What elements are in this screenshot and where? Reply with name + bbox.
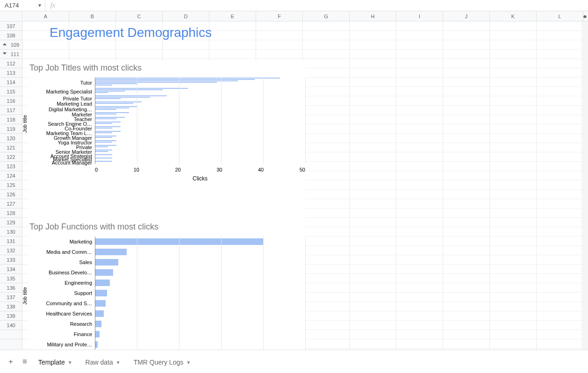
column-header-i[interactable]: I	[396, 11, 443, 21]
all-sheets-button[interactable]: ≡	[18, 357, 32, 366]
row-header[interactable]: 126	[0, 190, 22, 199]
row-header[interactable]	[0, 330, 22, 339]
chevron-down-icon[interactable]: ▼	[186, 360, 191, 365]
bar-fill	[95, 85, 112, 86]
row-header[interactable]: 138	[0, 302, 22, 311]
axis-tick: 0	[95, 167, 98, 172]
bar-fill	[95, 103, 133, 104]
chart-top-job-functions[interactable]: Top Job Functions with most clicksJob ti…	[29, 220, 306, 350]
collapse-up-icon[interactable]	[3, 43, 7, 45]
row-header[interactable]: 130	[0, 227, 22, 237]
row-header[interactable]: 120	[0, 134, 22, 143]
select-all-corner[interactable]	[0, 11, 22, 21]
y-axis-label: Job title	[22, 287, 28, 305]
row-header[interactable]: 108	[0, 31, 22, 40]
bar-fill	[95, 106, 137, 107]
bar-fill	[95, 88, 188, 89]
bar-row: Marketing	[29, 237, 305, 247]
row-header[interactable]: 135	[0, 274, 22, 283]
row-header[interactable]: 122	[0, 152, 22, 162]
bar-category-label: Marketing Lead	[29, 101, 95, 107]
row-header[interactable]: 131	[0, 237, 22, 246]
name-box[interactable]: A174 ▼	[0, 0, 45, 11]
bar-fill	[95, 259, 118, 265]
chart-top-job-titles[interactable]: Top Job Titles with most clicksJob title…	[29, 61, 306, 220]
bar-fill	[95, 97, 150, 98]
column-header-b[interactable]: B	[69, 11, 116, 21]
expand-down-icon[interactable]	[3, 52, 7, 55]
sheet-tab-label: Raw data	[86, 359, 113, 366]
row-header[interactable]: 140	[0, 321, 22, 330]
bar-fill	[95, 269, 113, 276]
sheet-tab[interactable]: TMR Query Logs▼	[127, 353, 198, 370]
row-header[interactable]: 118	[0, 115, 22, 124]
bar-fill	[95, 95, 167, 96]
bar-category-label: Military and Prote…	[29, 342, 95, 347]
chevron-down-icon[interactable]: ▼	[68, 360, 72, 365]
row-header[interactable]: 121	[0, 143, 22, 152]
column-header-k[interactable]: K	[490, 11, 537, 21]
row-header[interactable]: 125	[0, 180, 22, 190]
bar-fill	[95, 161, 112, 162]
bar-fill	[95, 238, 263, 245]
row-header[interactable]: 129	[0, 218, 22, 227]
chevron-right-icon[interactable]: ▶	[584, 14, 587, 19]
row-header[interactable]: 136	[0, 283, 22, 293]
axis-tick: 50	[300, 167, 305, 172]
sheet-tab[interactable]: Raw data▼	[79, 353, 127, 370]
row-header[interactable]: 133	[0, 255, 22, 265]
column-header-g[interactable]: G	[303, 11, 350, 21]
row-header[interactable]: 109	[0, 40, 22, 50]
bar-category-label: Sales	[29, 259, 95, 265]
row-header[interactable]: 111	[0, 50, 22, 59]
row-header[interactable]: 115	[0, 87, 22, 96]
column-header-f[interactable]: F	[256, 11, 303, 21]
bar-fill	[95, 80, 238, 81]
bar-fill	[95, 142, 112, 143]
sheet-tab-label: Template	[38, 359, 65, 366]
bar-fill	[95, 131, 121, 132]
vertical-scrollbar[interactable]: ◀ ▶	[581, 22, 588, 350]
column-header-c[interactable]: C	[116, 11, 163, 21]
bar-category-label: Marketing	[29, 239, 95, 244]
row-header[interactable]: 132	[0, 246, 22, 255]
column-header-a[interactable]: A	[22, 11, 69, 21]
column-header-e[interactable]: E	[209, 11, 256, 21]
bar-category-label: Support	[29, 290, 95, 296]
sheet-tab[interactable]: Template▼	[32, 353, 79, 370]
column-header-d[interactable]: D	[163, 11, 209, 21]
row-header[interactable]: 127	[0, 199, 22, 208]
bar-fill	[95, 300, 106, 307]
bar-category-label: Finance	[29, 331, 95, 337]
column-header-j[interactable]: J	[443, 11, 490, 21]
row-header[interactable]: 128	[0, 208, 22, 218]
bar-fill	[95, 145, 116, 146]
row-header[interactable]: 112	[0, 59, 22, 68]
row-header[interactable]: 139	[0, 311, 22, 321]
row-header[interactable]: 137	[0, 293, 22, 302]
bar-fill	[95, 91, 125, 92]
chevron-down-icon[interactable]: ▼	[116, 360, 121, 365]
bar-category-label: Engineering	[29, 280, 95, 286]
axis-tick: 20	[175, 167, 180, 172]
row-header[interactable]: 107	[0, 22, 22, 31]
row-header[interactable]: 113	[0, 68, 22, 78]
bar-fill	[95, 249, 127, 255]
row-header[interactable]: 114	[0, 78, 22, 87]
row-header[interactable]: 117	[0, 106, 22, 115]
bar-fill	[95, 290, 107, 296]
row-header[interactable]: 134	[0, 265, 22, 274]
row-header[interactable]: 116	[0, 96, 22, 106]
bar-row: Engineering	[29, 278, 305, 288]
column-header-h[interactable]: H	[350, 11, 396, 21]
row-header[interactable]: 123	[0, 162, 22, 171]
sheet-tab-label: TMR Query Logs	[134, 359, 184, 366]
row-header[interactable]: 119	[0, 124, 22, 134]
column-header-l[interactable]: L	[537, 11, 583, 21]
formula-bar: A174 ▼ fx	[0, 0, 588, 11]
add-sheet-button[interactable]: +	[4, 357, 18, 366]
bar-row: Media and Comm…	[29, 247, 305, 257]
sheet-area[interactable]: Engagement Demographics Top Job Titles w…	[22, 22, 588, 350]
bar-row: Marketing Lead	[29, 101, 305, 106]
row-header[interactable]: 124	[0, 171, 22, 180]
